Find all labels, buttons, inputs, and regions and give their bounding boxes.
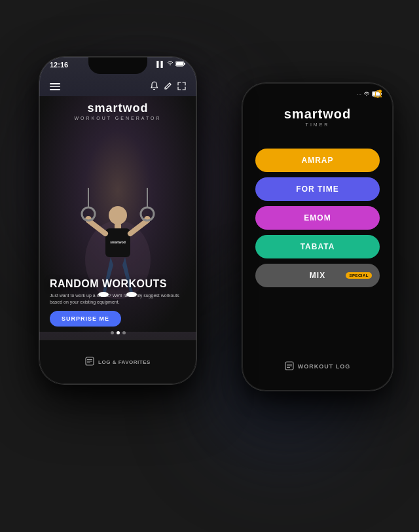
amrap-button[interactable]: AMRAP [255,149,380,172]
dot-3 [122,331,126,334]
log-favorites-label: LOG & FAVORITES [98,359,151,365]
time-left: 12:16 [50,61,68,69]
top-bar-left [39,77,196,98]
bottom-nav-left[interactable]: LOG & FAVORITES [39,340,196,384]
status-bar-right: ··· [242,83,393,101]
brand-name-left: smartwod [39,101,196,115]
mix-badge: SPECIAL [346,272,372,279]
emom-button[interactable]: EMOM [255,206,380,230]
hamburger-line-3 [50,89,60,90]
tabata-button[interactable]: TABATA [255,235,380,258]
edit-icon-topbar[interactable] [164,82,172,92]
app-subtitle-left: WORKOUT GENERATOR [39,116,196,120]
hero-card: RANDOM WORKOUTS Just want to work up a s… [39,278,196,326]
timer-buttons: AMRAP FOR TIME EMOM TABATA MIX SPECIAL [242,149,393,287]
brand-name-right: smartwod [242,107,393,122]
svg-point-1 [109,206,127,224]
wifi-icon-right [363,92,370,98]
workout-log-icon [285,361,294,372]
svg-rect-14 [176,62,183,65]
hamburger-line-1 [50,83,60,84]
scene: smartwod [13,18,406,515]
dot-1 [111,331,114,334]
workout-log-right[interactable]: WORKOUT LOG [242,361,393,372]
bell-icon-topbar[interactable] [150,81,158,92]
svg-rect-15 [184,63,185,65]
status-icons-left: ▌▌ [156,61,186,68]
surprise-me-button[interactable]: SURPRISE ME [50,311,121,327]
workout-log-label: WORKOUT LOG [298,363,351,370]
top-bar-icons [150,81,186,92]
svg-point-20 [378,90,382,93]
hamburger-line-2 [50,86,60,88]
wifi-icon-left [167,61,173,67]
app-subtitle-right: TIMER [242,122,393,127]
bell-icon-right[interactable] [373,90,382,101]
dot-2 [117,331,120,334]
battery-icon-left [175,61,186,68]
hamburger-icon[interactable] [50,83,60,90]
expand-icon-topbar[interactable] [177,82,186,92]
phone-left: smartwod [39,57,196,384]
phone-right: ··· smartwod TIMER AMRAP FOR TIME EMOM T… [242,83,393,391]
mix-button[interactable]: MIX SPECIAL [255,264,380,287]
svg-text:smartwod: smartwod [110,240,126,244]
dots-signal-right: ··· [357,92,361,98]
carousel-dots [39,331,196,334]
app-logo-right: smartwod TIMER [242,107,393,127]
for-time-button[interactable]: FOR TIME [255,177,380,201]
workout-desc: Just want to work up a sweat? We'll rand… [50,293,186,306]
app-logo-left: smartwod WORKOUT GENERATOR [39,101,196,120]
log-favorites-icon [85,357,94,368]
signal-icon-left: ▌▌ [156,61,165,67]
workout-title: RANDOM WORKOUTS [50,278,186,290]
notch-left [88,57,147,74]
